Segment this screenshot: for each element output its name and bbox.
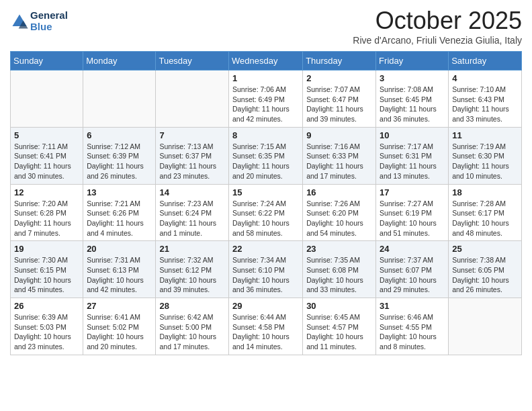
day-cell: 11Sunrise: 7:19 AM Sunset: 6:30 PM Dayli… bbox=[449, 127, 522, 184]
day-info: Sunrise: 7:06 AM Sunset: 6:49 PM Dayligh… bbox=[232, 85, 299, 124]
day-number: 1 bbox=[232, 73, 299, 83]
day-number: 9 bbox=[306, 130, 372, 140]
day-cell: 27Sunrise: 6:41 AM Sunset: 5:02 PM Dayli… bbox=[83, 298, 156, 355]
day-cell: 18Sunrise: 7:28 AM Sunset: 6:17 PM Dayli… bbox=[449, 184, 522, 241]
week-row-4: 26Sunrise: 6:39 AM Sunset: 5:03 PM Dayli… bbox=[11, 298, 522, 355]
day-number: 26 bbox=[14, 301, 79, 311]
day-number: 20 bbox=[87, 244, 152, 254]
logo-line1: General bbox=[30, 10, 68, 21]
day-cell: 20Sunrise: 7:31 AM Sunset: 6:13 PM Dayli… bbox=[83, 241, 156, 298]
day-number: 25 bbox=[452, 244, 518, 254]
weekday-wednesday: Wednesday bbox=[229, 52, 303, 71]
week-row-1: 5Sunrise: 7:11 AM Sunset: 6:41 PM Daylig… bbox=[11, 127, 522, 184]
day-cell bbox=[156, 71, 229, 128]
weekday-monday: Monday bbox=[83, 52, 156, 71]
day-info: Sunrise: 7:10 AM Sunset: 6:43 PM Dayligh… bbox=[452, 85, 518, 124]
day-cell: 26Sunrise: 6:39 AM Sunset: 5:03 PM Dayli… bbox=[11, 298, 83, 355]
day-info: Sunrise: 7:35 AM Sunset: 6:08 PM Dayligh… bbox=[306, 255, 372, 295]
day-number: 16 bbox=[306, 187, 372, 197]
day-number: 3 bbox=[380, 73, 445, 83]
week-row-3: 19Sunrise: 7:30 AM Sunset: 6:15 PM Dayli… bbox=[11, 241, 522, 298]
day-info: Sunrise: 7:27 AM Sunset: 6:19 PM Dayligh… bbox=[380, 199, 445, 238]
weekday-header-row: SundayMondayTuesdayWednesdayThursdayFrid… bbox=[11, 52, 522, 71]
day-cell: 9Sunrise: 7:16 AM Sunset: 6:33 PM Daylig… bbox=[303, 127, 376, 184]
day-number: 29 bbox=[232, 301, 299, 311]
day-info: Sunrise: 7:30 AM Sunset: 6:15 PM Dayligh… bbox=[14, 255, 79, 295]
weekday-thursday: Thursday bbox=[303, 52, 376, 71]
day-number: 27 bbox=[87, 301, 152, 311]
day-info: Sunrise: 6:42 AM Sunset: 5:00 PM Dayligh… bbox=[159, 312, 225, 352]
calendar-body: 1Sunrise: 7:06 AM Sunset: 6:49 PM Daylig… bbox=[11, 71, 522, 355]
day-info: Sunrise: 7:23 AM Sunset: 6:24 PM Dayligh… bbox=[159, 199, 225, 238]
day-cell bbox=[83, 71, 156, 128]
day-number: 28 bbox=[159, 301, 225, 311]
day-number: 11 bbox=[452, 130, 518, 140]
day-number: 10 bbox=[380, 130, 445, 140]
day-cell: 12Sunrise: 7:20 AM Sunset: 6:28 PM Dayli… bbox=[11, 184, 83, 241]
day-number: 23 bbox=[306, 244, 372, 254]
day-number: 24 bbox=[380, 244, 445, 254]
day-number: 31 bbox=[380, 301, 445, 311]
day-cell: 14Sunrise: 7:23 AM Sunset: 6:24 PM Dayli… bbox=[156, 184, 229, 241]
day-number: 21 bbox=[159, 244, 225, 254]
header: General Blue October 2025 Rive d'Arcano,… bbox=[10, 7, 522, 46]
day-cell: 2Sunrise: 7:07 AM Sunset: 6:47 PM Daylig… bbox=[303, 71, 376, 128]
day-info: Sunrise: 7:31 AM Sunset: 6:13 PM Dayligh… bbox=[87, 255, 152, 295]
day-cell: 8Sunrise: 7:15 AM Sunset: 6:35 PM Daylig… bbox=[229, 127, 303, 184]
day-cell: 7Sunrise: 7:13 AM Sunset: 6:37 PM Daylig… bbox=[156, 127, 229, 184]
day-number: 4 bbox=[452, 73, 518, 83]
day-cell bbox=[11, 71, 83, 128]
day-cell: 6Sunrise: 7:12 AM Sunset: 6:39 PM Daylig… bbox=[83, 127, 156, 184]
day-info: Sunrise: 7:28 AM Sunset: 6:17 PM Dayligh… bbox=[452, 199, 518, 238]
day-info: Sunrise: 7:13 AM Sunset: 6:37 PM Dayligh… bbox=[159, 142, 225, 181]
day-cell: 29Sunrise: 6:44 AM Sunset: 4:58 PM Dayli… bbox=[229, 298, 303, 355]
day-cell: 28Sunrise: 6:42 AM Sunset: 5:00 PM Dayli… bbox=[156, 298, 229, 355]
day-cell: 30Sunrise: 6:45 AM Sunset: 4:57 PM Dayli… bbox=[303, 298, 376, 355]
day-number: 6 bbox=[87, 130, 152, 140]
day-cell: 1Sunrise: 7:06 AM Sunset: 6:49 PM Daylig… bbox=[229, 71, 303, 128]
day-cell: 13Sunrise: 7:21 AM Sunset: 6:26 PM Dayli… bbox=[83, 184, 156, 241]
day-cell: 16Sunrise: 7:26 AM Sunset: 6:20 PM Dayli… bbox=[303, 184, 376, 241]
day-cell bbox=[449, 298, 522, 355]
day-cell: 24Sunrise: 7:37 AM Sunset: 6:07 PM Dayli… bbox=[376, 241, 449, 298]
day-info: Sunrise: 7:19 AM Sunset: 6:30 PM Dayligh… bbox=[452, 142, 518, 181]
day-info: Sunrise: 7:11 AM Sunset: 6:41 PM Dayligh… bbox=[14, 142, 79, 181]
day-info: Sunrise: 7:17 AM Sunset: 6:31 PM Dayligh… bbox=[380, 142, 445, 181]
day-info: Sunrise: 7:07 AM Sunset: 6:47 PM Dayligh… bbox=[306, 85, 372, 124]
day-info: Sunrise: 7:08 AM Sunset: 6:45 PM Dayligh… bbox=[380, 85, 445, 124]
day-info: Sunrise: 6:44 AM Sunset: 4:58 PM Dayligh… bbox=[232, 312, 299, 352]
day-cell: 19Sunrise: 7:30 AM Sunset: 6:15 PM Dayli… bbox=[11, 241, 83, 298]
weekday-friday: Friday bbox=[376, 52, 449, 71]
day-cell: 25Sunrise: 7:38 AM Sunset: 6:05 PM Dayli… bbox=[449, 241, 522, 298]
day-info: Sunrise: 7:24 AM Sunset: 6:22 PM Dayligh… bbox=[232, 199, 299, 238]
day-cell: 31Sunrise: 6:46 AM Sunset: 4:55 PM Dayli… bbox=[376, 298, 449, 355]
day-cell: 22Sunrise: 7:34 AM Sunset: 6:10 PM Dayli… bbox=[229, 241, 303, 298]
day-info: Sunrise: 7:26 AM Sunset: 6:20 PM Dayligh… bbox=[306, 199, 372, 238]
logo: General Blue bbox=[10, 10, 68, 32]
day-number: 8 bbox=[232, 130, 299, 140]
day-info: Sunrise: 6:41 AM Sunset: 5:02 PM Dayligh… bbox=[87, 312, 152, 352]
day-number: 7 bbox=[159, 130, 225, 140]
logo-line2: Blue bbox=[30, 21, 68, 33]
title-area: October 2025 Rive d'Arcano, Friuli Venez… bbox=[353, 7, 522, 46]
weekday-tuesday: Tuesday bbox=[156, 52, 229, 71]
day-number: 22 bbox=[232, 244, 299, 254]
weekday-saturday: Saturday bbox=[449, 52, 522, 71]
day-cell: 5Sunrise: 7:11 AM Sunset: 6:41 PM Daylig… bbox=[11, 127, 83, 184]
day-cell: 21Sunrise: 7:32 AM Sunset: 6:12 PM Dayli… bbox=[156, 241, 229, 298]
day-cell: 3Sunrise: 7:08 AM Sunset: 6:45 PM Daylig… bbox=[376, 71, 449, 128]
day-number: 15 bbox=[232, 187, 299, 197]
day-info: Sunrise: 7:37 AM Sunset: 6:07 PM Dayligh… bbox=[380, 255, 445, 295]
day-info: Sunrise: 7:20 AM Sunset: 6:28 PM Dayligh… bbox=[14, 199, 79, 238]
day-cell: 23Sunrise: 7:35 AM Sunset: 6:08 PM Dayli… bbox=[303, 241, 376, 298]
day-number: 13 bbox=[87, 187, 152, 197]
calendar: SundayMondayTuesdayWednesdayThursdayFrid… bbox=[10, 51, 522, 355]
day-cell: 15Sunrise: 7:24 AM Sunset: 6:22 PM Dayli… bbox=[229, 184, 303, 241]
day-info: Sunrise: 6:45 AM Sunset: 4:57 PM Dayligh… bbox=[306, 312, 372, 352]
day-number: 12 bbox=[14, 187, 79, 197]
day-number: 17 bbox=[380, 187, 445, 197]
day-cell: 10Sunrise: 7:17 AM Sunset: 6:31 PM Dayli… bbox=[376, 127, 449, 184]
day-info: Sunrise: 6:46 AM Sunset: 4:55 PM Dayligh… bbox=[380, 312, 445, 352]
week-row-2: 12Sunrise: 7:20 AM Sunset: 6:28 PM Dayli… bbox=[11, 184, 522, 241]
month-title: October 2025 bbox=[353, 7, 522, 35]
